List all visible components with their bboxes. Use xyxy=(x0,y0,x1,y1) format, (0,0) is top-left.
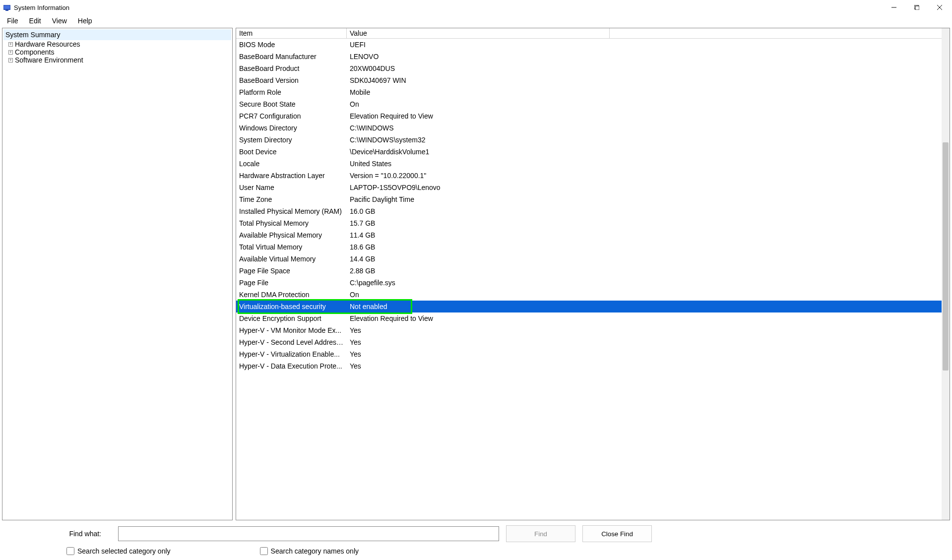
list-row[interactable]: BaseBoard ManufacturerLENOVO xyxy=(236,51,950,62)
list-row[interactable]: Total Virtual Memory18.6 GB xyxy=(236,241,950,253)
find-label: Find what: xyxy=(7,530,111,538)
close-find-button[interactable]: Close Find xyxy=(582,525,652,542)
cell-item: BIOS Mode xyxy=(236,39,347,51)
search-selected-checkbox[interactable]: Search selected category only xyxy=(66,547,171,555)
menubar: File Edit View Help xyxy=(0,15,952,28)
list-row[interactable]: Hyper-V - Virtualization Enable...Yes xyxy=(236,348,950,360)
cell-value: 14.4 GB xyxy=(347,253,950,265)
list-row[interactable]: Device Encryption SupportElevation Requi… xyxy=(236,312,950,324)
tree-node-software-environment[interactable]: + Software Environment xyxy=(3,56,231,64)
search-names-checkbox[interactable]: Search category names only xyxy=(260,547,359,555)
cell-item: Hyper-V - Second Level Address... xyxy=(236,336,347,348)
cell-value: Pacific Daylight Time xyxy=(347,193,950,205)
list-row[interactable]: User NameLAPTOP-1S5OVPO9\Lenovo xyxy=(236,182,950,193)
cell-item: Hyper-V - VM Monitor Mode Ex... xyxy=(236,324,347,336)
cell-value: 15.7 GB xyxy=(347,217,950,229)
cell-value: 16.0 GB xyxy=(347,205,950,217)
list-row[interactable]: Page FileC:\pagefile.sys xyxy=(236,277,950,289)
list-row[interactable]: Boot Device\Device\HarddiskVolume1 xyxy=(236,146,950,158)
category-tree[interactable]: System Summary + Hardware Resources + Co… xyxy=(2,28,233,520)
scrollbar-thumb[interactable] xyxy=(943,142,949,371)
cell-item: BaseBoard Product xyxy=(236,62,347,74)
cell-value: C:\WINDOWS xyxy=(347,122,950,134)
column-header-item[interactable]: Item xyxy=(236,28,347,38)
cell-item: Secure Boot State xyxy=(236,98,347,110)
list-row[interactable]: Hyper-V - Second Level Address...Yes xyxy=(236,336,950,348)
list-row[interactable]: Total Physical Memory15.7 GB xyxy=(236,217,950,229)
expand-icon[interactable]: + xyxy=(8,42,13,47)
list-row[interactable]: Time ZonePacific Daylight Time xyxy=(236,193,950,205)
list-row[interactable]: Virtualization-based securityNot enabled xyxy=(236,301,950,312)
cell-item: Hardware Abstraction Layer xyxy=(236,170,347,182)
details-list[interactable]: Item Value BIOS ModeUEFIBaseBoard Manufa… xyxy=(236,28,950,520)
expand-icon[interactable]: + xyxy=(8,58,13,62)
expand-icon[interactable]: + xyxy=(8,50,13,55)
cell-value: LAPTOP-1S5OVPO9\Lenovo xyxy=(347,182,950,193)
cell-value: On xyxy=(347,98,950,110)
tree-node-label: Hardware Resources xyxy=(15,40,80,48)
tree-root-label: System Summary xyxy=(5,31,60,39)
find-button[interactable]: Find xyxy=(506,525,575,542)
list-row[interactable]: Hyper-V - VM Monitor Mode Ex...Yes xyxy=(236,324,950,336)
cell-item: Page File xyxy=(236,277,347,289)
cell-item: Locale xyxy=(236,158,347,170)
list-row[interactable]: Available Physical Memory11.4 GB xyxy=(236,229,950,241)
list-row[interactable]: Hyper-V - Data Execution Prote...Yes xyxy=(236,360,950,372)
menu-help[interactable]: Help xyxy=(73,16,97,26)
list-row[interactable]: System DirectoryC:\WINDOWS\system32 xyxy=(236,134,950,146)
menu-file[interactable]: File xyxy=(2,16,23,26)
menu-view[interactable]: View xyxy=(47,16,72,26)
cell-item: Boot Device xyxy=(236,146,347,158)
cell-value: Yes xyxy=(347,324,950,336)
minimize-button[interactable] xyxy=(883,0,905,15)
cell-item: Windows Directory xyxy=(236,122,347,134)
cell-item: Hyper-V - Data Execution Prote... xyxy=(236,360,347,372)
list-row[interactable]: Hardware Abstraction LayerVersion = "10.… xyxy=(236,170,950,182)
find-input[interactable] xyxy=(118,526,499,541)
tree-root-node[interactable]: System Summary xyxy=(3,29,231,40)
cell-item: Available Virtual Memory xyxy=(236,253,347,265)
list-row[interactable]: Platform RoleMobile xyxy=(236,86,950,98)
cell-value: \Device\HarddiskVolume1 xyxy=(347,146,950,158)
cell-item: Time Zone xyxy=(236,193,347,205)
cell-value: 2.88 GB xyxy=(347,265,950,277)
list-row[interactable]: Installed Physical Memory (RAM)16.0 GB xyxy=(236,205,950,217)
cell-item: Device Encryption Support xyxy=(236,312,347,324)
cell-item: Total Virtual Memory xyxy=(236,241,347,253)
list-body: BIOS ModeUEFIBaseBoard ManufacturerLENOV… xyxy=(236,39,950,372)
app-icon xyxy=(3,3,11,11)
list-row[interactable]: PCR7 ConfigurationElevation Required to … xyxy=(236,110,950,122)
list-header: Item Value xyxy=(236,28,950,39)
vertical-scrollbar[interactable] xyxy=(942,28,950,520)
list-row[interactable]: Kernel DMA ProtectionOn xyxy=(236,289,950,301)
list-row[interactable]: Page File Space2.88 GB xyxy=(236,265,950,277)
cell-value: Not enabled xyxy=(347,301,950,312)
cell-value: UEFI xyxy=(347,39,950,51)
maximize-button[interactable] xyxy=(905,0,928,15)
list-row[interactable]: Windows DirectoryC:\WINDOWS xyxy=(236,122,950,134)
column-header-value[interactable]: Value xyxy=(347,28,610,38)
cell-value: Yes xyxy=(347,336,950,348)
cell-item: Virtualization-based security xyxy=(236,301,347,312)
cell-value: 18.6 GB xyxy=(347,241,950,253)
list-row[interactable]: BIOS ModeUEFI xyxy=(236,39,950,51)
list-row[interactable]: LocaleUnited States xyxy=(236,158,950,170)
checkbox-icon[interactable] xyxy=(260,547,268,555)
cell-value: Yes xyxy=(347,348,950,360)
titlebar: System Information xyxy=(0,0,952,15)
tree-node-components[interactable]: + Components xyxy=(3,48,231,56)
cell-value: Version = "10.0.22000.1" xyxy=(347,170,950,182)
cell-item: BaseBoard Manufacturer xyxy=(236,51,347,62)
list-row[interactable]: BaseBoard VersionSDK0J40697 WIN xyxy=(236,74,950,86)
close-button[interactable] xyxy=(928,0,951,15)
tree-node-hardware-resources[interactable]: + Hardware Resources xyxy=(3,40,231,48)
list-row[interactable]: Secure Boot StateOn xyxy=(236,98,950,110)
cell-item: User Name xyxy=(236,182,347,193)
list-row[interactable]: BaseBoard Product20XW004DUS xyxy=(236,62,950,74)
menu-edit[interactable]: Edit xyxy=(24,16,46,26)
list-row[interactable]: Available Virtual Memory14.4 GB xyxy=(236,253,950,265)
checkbox-label: Search selected category only xyxy=(77,547,171,555)
main-content: System Summary + Hardware Resources + Co… xyxy=(0,28,952,522)
svg-rect-1 xyxy=(4,5,10,9)
checkbox-icon[interactable] xyxy=(66,547,74,555)
